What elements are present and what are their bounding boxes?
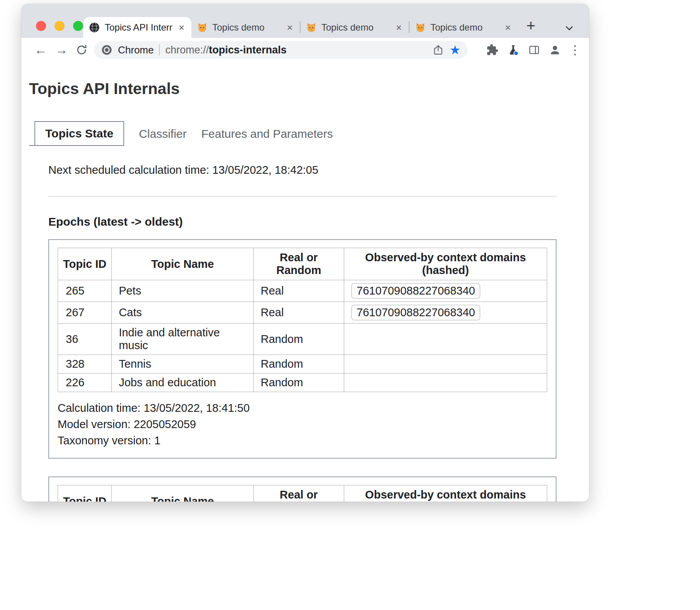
- tab-topics-state[interactable]: Topics State: [34, 121, 124, 146]
- table-row: 265 Pets Real 7610709088227068340: [58, 280, 547, 302]
- browser-menu-icon[interactable]: ⋮: [569, 43, 578, 57]
- minimize-window-button[interactable]: [55, 21, 65, 31]
- back-icon[interactable]: ←: [33, 43, 48, 57]
- col-topic-id: Topic ID: [58, 485, 112, 502]
- observed-domains-cell: 7610709088227068340: [344, 280, 547, 302]
- real-or-random: Random: [253, 324, 344, 355]
- url-divider: [159, 45, 160, 55]
- tab-divider: [300, 21, 300, 33]
- real-or-random: Random: [253, 374, 344, 392]
- topic-name: Jobs and education: [112, 374, 254, 392]
- browser-window: Topics API Intern × Topics demo × Topics…: [21, 4, 589, 502]
- browser-tab-topics-demo-1[interactable]: Topics demo ×: [191, 17, 300, 38]
- observed-domains-cell: [344, 374, 547, 392]
- real-or-random: Real: [253, 280, 344, 302]
- page-tabs: Topics State Classifier Features and Par…: [29, 121, 589, 146]
- tab-baseline-segment: [29, 145, 34, 146]
- table-row: 267 Cats Real 7610709088227068340: [58, 302, 547, 324]
- chrome-labs-flask-icon[interactable]: [506, 44, 520, 56]
- browser-tabs: Topics API Intern × Topics demo × Topics…: [83, 17, 535, 38]
- epoch-table-1: Topic ID Topic Name Real or Random Obser…: [58, 248, 547, 392]
- window-controls: [36, 21, 83, 31]
- topics-state-panel: Next scheduled calculation time: 13/05/2…: [21, 164, 589, 502]
- tab-title: Topics demo: [430, 22, 499, 33]
- observed-domains-cell: 7610709088227068340: [344, 302, 547, 324]
- browser-tab-topics-demo-3[interactable]: Topics demo ×: [410, 17, 518, 38]
- side-panel-icon[interactable]: [527, 44, 541, 56]
- forward-icon[interactable]: →: [54, 43, 69, 57]
- zoom-window-button[interactable]: [73, 21, 83, 31]
- col-topic-name: Topic Name: [112, 248, 254, 280]
- table-row: 36 Indie and alternative music Random: [58, 324, 547, 355]
- tab-classifier[interactable]: Classifier: [139, 122, 186, 146]
- epoch-box-2: Topic ID Topic Name Real or Random Obser…: [48, 476, 557, 502]
- observed-domains-cell: [344, 355, 547, 374]
- tab-features-and-parameters[interactable]: Features and Parameters: [201, 122, 333, 146]
- table-header-row: Topic ID Topic Name Real or Random Obser…: [58, 485, 547, 502]
- epoch-table-2: Topic ID Topic Name Real or Random Obser…: [58, 485, 547, 502]
- col-observed-domains: Observed-by context domains (hashed): [344, 248, 547, 280]
- share-icon[interactable]: [432, 44, 444, 56]
- topic-id: 328: [58, 355, 112, 374]
- calculation-time: Calculation time: 13/05/2022, 18:41:50: [58, 400, 547, 416]
- table-row: 226 Jobs and education Random: [58, 374, 547, 392]
- next-calculation-time: Next scheduled calculation time: 13/05/2…: [48, 164, 557, 176]
- close-tab-icon[interactable]: ×: [285, 22, 294, 34]
- topic-name: Indie and alternative music: [112, 324, 254, 355]
- topic-name: Tennis: [112, 355, 254, 374]
- reload-icon[interactable]: [75, 43, 89, 57]
- col-observed-domains: Observed-by context domains (hashed): [344, 485, 547, 502]
- tab-title: Topics API Intern: [105, 22, 172, 33]
- bookmark-star-icon[interactable]: ★: [449, 44, 461, 56]
- cat-icon: [306, 22, 317, 33]
- extensions-puzzle-icon[interactable]: [485, 44, 499, 56]
- browser-tab-topics-internals[interactable]: Topics API Intern ×: [83, 17, 191, 38]
- page-content: Topics API Internals Topics State Classi…: [21, 80, 589, 502]
- topic-id: 36: [58, 324, 112, 355]
- topic-name: Pets: [112, 280, 254, 302]
- cat-icon: [415, 22, 426, 33]
- topic-id: 267: [58, 302, 112, 324]
- observed-domains-value: 7610709088227068340: [351, 305, 480, 320]
- real-or-random: Random: [253, 355, 344, 374]
- topic-id: 265: [58, 280, 112, 302]
- tab-divider: [409, 21, 410, 33]
- col-real-or-random: Real or Random: [253, 248, 344, 280]
- observed-domains-cell: [344, 324, 547, 355]
- cat-icon: [197, 22, 208, 33]
- close-window-button[interactable]: [36, 21, 46, 31]
- url-text: chrome://topics-internals: [165, 44, 287, 56]
- epoch-box-1: Topic ID Topic Name Real or Random Obser…: [48, 239, 557, 459]
- table-header-row: Topic ID Topic Name Real or Random Obser…: [58, 248, 547, 280]
- divider: [48, 196, 557, 197]
- model-version: Model version: 2205052059: [58, 416, 547, 432]
- tab-search-chevron-icon[interactable]: [563, 22, 575, 34]
- tab-title: Topics demo: [212, 22, 281, 33]
- address-bar[interactable]: Chrome chrome://topics-internals ★: [94, 41, 468, 59]
- taxonomy-version: Taxonomy version: 1: [58, 432, 547, 449]
- table-row: 328 Tennis Random: [58, 355, 547, 374]
- col-real-or-random: Real or Random: [253, 485, 344, 502]
- col-topic-name: Topic Name: [112, 485, 254, 502]
- new-tab-button[interactable]: +: [526, 18, 535, 33]
- tab-title: Topics demo: [321, 22, 390, 33]
- profile-avatar-icon[interactable]: [548, 44, 562, 56]
- browser-toolbar: ← → Chrome chrome://topics-internals ★: [21, 38, 589, 62]
- chrome-logo-icon: [101, 44, 113, 56]
- close-tab-icon[interactable]: ×: [394, 22, 403, 34]
- epochs-heading: Epochs (latest -> oldest): [48, 215, 557, 228]
- epoch-meta: Calculation time: 13/05/2022, 18:41:50 M…: [58, 400, 547, 449]
- col-topic-id: Topic ID: [58, 248, 112, 280]
- topic-name: Cats: [112, 302, 254, 324]
- real-or-random: Real: [253, 302, 344, 324]
- browser-tab-topics-demo-2[interactable]: Topics demo ×: [300, 17, 409, 38]
- chrome-internals-icon: [89, 22, 100, 33]
- close-tab-icon[interactable]: ×: [177, 22, 186, 34]
- page-title: Topics API Internals: [29, 80, 589, 98]
- topic-id: 226: [58, 374, 112, 392]
- observed-domains-value: 7610709088227068340: [351, 283, 480, 299]
- tab-strip: Topics API Intern × Topics demo × Topics…: [21, 4, 589, 38]
- close-tab-icon[interactable]: ×: [504, 22, 512, 34]
- search-engine-label: Chrome: [118, 44, 154, 56]
